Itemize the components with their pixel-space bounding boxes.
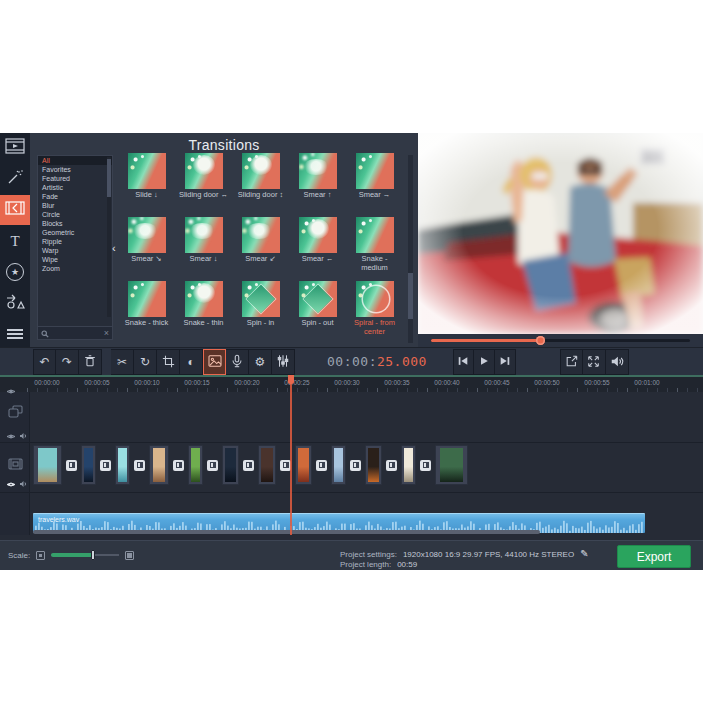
video-clip[interactable] [258, 445, 276, 485]
category-item[interactable]: Geometric [38, 228, 112, 237]
sidebar-item-titles[interactable]: T [0, 226, 30, 256]
transition-indicator-icon[interactable] [316, 460, 327, 471]
transition-indicator-icon[interactable] [420, 460, 431, 471]
transition-item[interactable]: Snake - thick [118, 281, 175, 345]
scale-slider-handle[interactable] [91, 550, 95, 560]
time-ruler[interactable]: 00:00:0000:00:0500:00:1000:00:1500:00:20… [0, 375, 703, 392]
transition-wizard-button[interactable] [203, 349, 226, 375]
category-item[interactable]: Warp [38, 246, 112, 255]
category-scrollbar[interactable] [107, 157, 111, 317]
grid-scrollbar[interactable] [408, 155, 413, 343]
category-item[interactable]: Blur [38, 201, 112, 210]
transition-item[interactable]: Smear ↑ [289, 153, 346, 217]
color-adjust-button[interactable]: ◐ [180, 349, 203, 375]
transition-indicator-icon[interactable] [350, 460, 361, 471]
transition-thumbnail[interactable] [242, 153, 280, 189]
video-clip[interactable] [115, 445, 130, 485]
edit-settings-pencil-icon[interactable]: ✎ [580, 548, 588, 559]
sidebar-item-transitions[interactable] [0, 195, 30, 225]
transition-thumbnail[interactable] [128, 281, 166, 317]
volume-button[interactable] [606, 349, 629, 375]
transition-thumbnail[interactable] [128, 217, 166, 253]
transition-item[interactable]: Smear ↘ [118, 217, 175, 281]
video-clip[interactable] [33, 445, 62, 485]
transition-item[interactable]: Spiral - from center [346, 281, 403, 345]
category-item[interactable]: Fade [38, 192, 112, 201]
clip-properties-button[interactable] [272, 349, 295, 375]
transition-thumbnail[interactable] [242, 217, 280, 253]
sidebar-item-more-tools[interactable] [0, 319, 30, 349]
transition-item[interactable]: Smear ↓ [175, 217, 232, 281]
transition-indicator-icon[interactable] [100, 460, 111, 471]
category-item[interactable]: Blocks [38, 219, 112, 228]
video-clip[interactable] [365, 445, 382, 485]
transition-item[interactable]: Sliding door ↕ [232, 153, 289, 217]
transition-item[interactable]: Spin - in [232, 281, 289, 345]
transition-item[interactable]: Snake - medium [346, 217, 403, 281]
zoom-in-icon[interactable] [125, 551, 134, 560]
record-voice-button[interactable] [226, 349, 249, 375]
rotate-button[interactable]: ↻ [134, 349, 157, 375]
zoom-out-icon[interactable] [36, 551, 45, 560]
seek-bar[interactable] [418, 334, 703, 347]
transition-item[interactable]: Smear ↙ [232, 217, 289, 281]
category-item[interactable]: Circle [38, 210, 112, 219]
video-clip[interactable] [222, 445, 239, 485]
video-clip[interactable] [435, 445, 468, 485]
crop-button[interactable] [157, 349, 180, 375]
cut-button[interactable]: ✂ [111, 349, 134, 375]
video-clip[interactable] [331, 445, 346, 485]
category-item[interactable]: Wipe [38, 255, 112, 264]
category-item[interactable]: Zoom [38, 264, 112, 273]
unpin-preview-button[interactable] [560, 349, 583, 375]
clear-search-icon[interactable]: × [104, 329, 109, 338]
category-item[interactable]: All [38, 156, 112, 165]
transition-item[interactable]: Sliding door ↔ [175, 153, 232, 217]
video-clip[interactable] [295, 445, 312, 485]
category-item[interactable]: Favorites [38, 165, 112, 174]
transition-indicator-icon[interactable] [134, 460, 145, 471]
clip-settings-button[interactable]: ⚙ [249, 349, 272, 375]
next-frame-button[interactable] [495, 349, 516, 375]
transition-thumbnail[interactable] [242, 281, 280, 317]
transition-thumbnail[interactable] [185, 281, 223, 317]
seek-handle[interactable] [536, 336, 545, 345]
timeline-scale-slider[interactable] [51, 550, 119, 560]
category-item[interactable]: Featured [38, 174, 112, 183]
sidebar-item-media[interactable] [0, 133, 30, 163]
playhead[interactable] [290, 375, 292, 535]
video-clip[interactable] [81, 445, 96, 485]
timeline-horizontal-scrollbar[interactable] [0, 534, 703, 535]
previous-frame-button[interactable] [453, 349, 474, 375]
transition-item[interactable]: Slide ↓ [118, 153, 175, 217]
transition-thumbnail[interactable] [128, 153, 166, 189]
transition-item[interactable]: Smear ← [289, 217, 346, 281]
search-input[interactable] [49, 330, 104, 337]
undo-button[interactable]: ↶ [33, 349, 56, 375]
transition-indicator-icon[interactable] [66, 460, 77, 471]
transition-item[interactable]: Spin - out [289, 281, 346, 345]
transition-indicator-icon[interactable] [386, 460, 397, 471]
export-button[interactable]: Export [617, 545, 691, 568]
category-item[interactable]: Artistic [38, 183, 112, 192]
playhead-cap[interactable] [288, 375, 294, 384]
transition-thumbnail[interactable] [299, 217, 337, 253]
delete-button[interactable] [79, 349, 102, 375]
sidebar-item-callouts[interactable] [0, 288, 30, 318]
transition-indicator-icon[interactable] [243, 460, 254, 471]
transition-indicator-icon[interactable] [207, 460, 218, 471]
redo-button[interactable]: ↷ [56, 349, 79, 375]
fullscreen-button[interactable] [583, 349, 606, 375]
speaker-icon[interactable] [19, 474, 28, 492]
transition-item[interactable]: Snake - thin [175, 281, 232, 345]
transition-indicator-icon[interactable] [173, 460, 184, 471]
collapse-panel-chevron-icon[interactable]: ‹ [112, 243, 116, 254]
transition-thumbnail[interactable] [185, 217, 223, 253]
play-button[interactable] [474, 349, 495, 375]
transition-thumbnail[interactable] [185, 153, 223, 189]
transition-thumbnail[interactable] [356, 281, 394, 317]
video-clip[interactable] [401, 445, 416, 485]
category-item[interactable]: Ripple [38, 237, 112, 246]
transition-thumbnail[interactable] [356, 153, 394, 189]
transition-thumbnail[interactable] [299, 153, 337, 189]
